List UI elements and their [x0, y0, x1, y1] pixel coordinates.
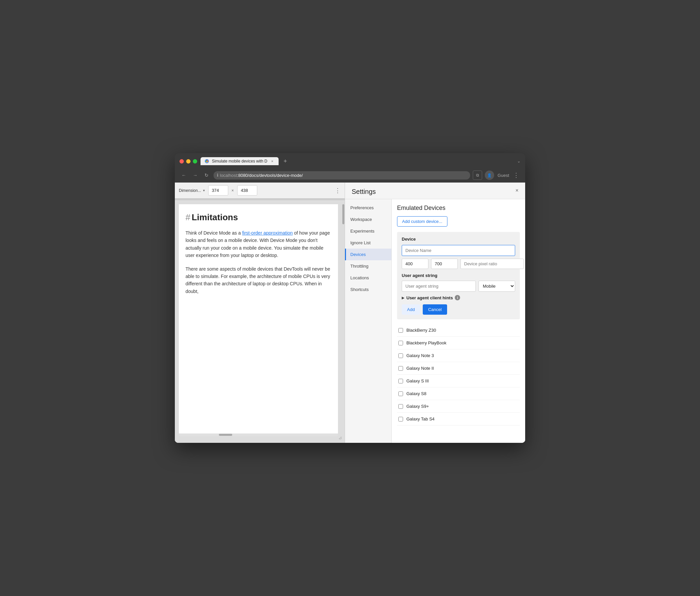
- device-dpr-input[interactable]: [460, 258, 524, 269]
- add-custom-device-button[interactable]: Add custom device...: [397, 216, 447, 227]
- page-scroll-h[interactable]: [179, 433, 338, 436]
- profile-icon: 👤: [487, 173, 492, 177]
- blackberry-playbook-checkbox[interactable]: [398, 341, 403, 345]
- galaxy-note-ii-label: Galaxy Note II: [406, 366, 519, 371]
- heading-hash: #: [185, 212, 190, 222]
- device-list: BlackBerry Z30 Blackberry PlayBook Galax…: [397, 324, 520, 425]
- viewport-panel: Dimension... ▼ × ⋮ #Limitations: [175, 182, 345, 443]
- tab-favicon-icon: [204, 159, 209, 164]
- scroll-thumb-v: [342, 204, 344, 224]
- browser-menu-button[interactable]: ⋮: [512, 172, 521, 179]
- settings-close-button[interactable]: ×: [516, 188, 519, 193]
- user-agent-type-select[interactable]: Mobile Desktop Tablet: [478, 281, 515, 292]
- sidebar-item-preferences[interactable]: Preferences: [345, 202, 391, 214]
- galaxy-note-3-checkbox[interactable]: [398, 353, 403, 358]
- split-screen-button[interactable]: ⧉: [473, 171, 482, 180]
- tab-title-label: Simulate mobile devices with D: [212, 159, 267, 164]
- url-suffix: :8080/docs/devtools/device-mode/: [237, 173, 303, 178]
- settings-body: Preferences Workspace Experiments Ignore…: [345, 199, 525, 443]
- blackberry-z30-checkbox[interactable]: [398, 328, 403, 333]
- address-input[interactable]: ℹ localhost:8080/docs/devtools/device-mo…: [214, 171, 470, 179]
- device-list-item: Galaxy S9+: [397, 400, 520, 413]
- device-section-title: Device: [402, 237, 515, 242]
- settings-main-content: Emulated Devices Add custom device... De…: [392, 199, 525, 443]
- galaxy-s9-plus-checkbox[interactable]: [398, 404, 403, 409]
- device-list-item: Blackberry PlayBook: [397, 337, 520, 349]
- page-heading: #Limitations: [185, 212, 331, 223]
- sidebar-item-experiments[interactable]: Experiments: [345, 225, 391, 237]
- page-scroll-v[interactable]: [342, 200, 345, 443]
- device-width-input[interactable]: [402, 258, 428, 269]
- page-viewport: #Limitations Think of Device Mode as a f…: [179, 204, 338, 433]
- user-agent-client-hints: ▶ User agent client hints i: [402, 295, 515, 300]
- form-actions: Add Cancel: [402, 304, 515, 315]
- galaxy-s-iii-checkbox[interactable]: [398, 379, 403, 383]
- device-name-input[interactable]: [402, 245, 515, 256]
- browser-window: Simulate mobile devices with D × + ⌄ ← →…: [175, 153, 525, 443]
- viewport-height-input[interactable]: [237, 185, 257, 196]
- galaxy-s8-label: Galaxy S8: [406, 391, 519, 396]
- device-list-item: Galaxy S8: [397, 388, 520, 400]
- paragraph-2: There are some aspects of mobile devices…: [185, 265, 331, 295]
- viewport-width-input[interactable]: [208, 185, 228, 196]
- sidebar-item-devices[interactable]: Devices: [345, 249, 391, 260]
- dimension-separator: ×: [231, 188, 234, 193]
- resize-handle-icon[interactable]: ⊿: [338, 435, 342, 440]
- user-agent-string-input[interactable]: [402, 281, 476, 292]
- galaxy-s-iii-label: Galaxy S III: [406, 378, 519, 383]
- blackberry-z30-label: BlackBerry Z30: [406, 328, 519, 333]
- sidebar-item-shortcuts[interactable]: Shortcuts: [345, 284, 391, 295]
- sidebar-item-ignore-list[interactable]: Ignore List: [345, 237, 391, 249]
- profile-button[interactable]: 👤: [485, 171, 494, 180]
- galaxy-s9-plus-label: Galaxy S9+: [406, 404, 519, 409]
- window-expand-icon[interactable]: ⌄: [517, 159, 521, 164]
- galaxy-tab-s4-checkbox[interactable]: [398, 417, 403, 421]
- device-list-item: Galaxy Tab S4: [397, 413, 520, 425]
- device-list-item: BlackBerry Z30: [397, 324, 520, 337]
- client-hints-label: User agent client hints: [406, 295, 453, 300]
- maximize-traffic-light[interactable]: [193, 159, 197, 164]
- paragraph-1: Think of Device Mode as a first-order ap…: [185, 229, 331, 259]
- device-list-item: Galaxy S III: [397, 375, 520, 388]
- new-tab-button[interactable]: +: [281, 156, 290, 166]
- galaxy-note-ii-checkbox[interactable]: [398, 366, 403, 371]
- address-bar: ← → ↻ ℹ localhost:8080/docs/devtools/dev…: [175, 169, 525, 182]
- settings-title: Settings: [352, 188, 376, 196]
- back-button[interactable]: ←: [179, 171, 188, 179]
- emulated-devices-title: Emulated Devices: [397, 204, 520, 212]
- device-form: Device User agent string Mobile: [397, 232, 520, 319]
- cancel-device-button[interactable]: Cancel: [423, 304, 447, 315]
- page-link[interactable]: first-order approximation: [242, 230, 293, 235]
- dimension-label: Dimension...: [179, 188, 201, 193]
- devtools-toolbar: Dimension... ▼ × ⋮: [175, 182, 345, 199]
- close-traffic-light[interactable]: [179, 159, 184, 164]
- minimize-traffic-light[interactable]: [186, 159, 191, 164]
- user-agent-section-title: User agent string: [402, 273, 515, 278]
- galaxy-s8-checkbox[interactable]: [398, 392, 403, 396]
- device-height-input[interactable]: [431, 258, 458, 269]
- galaxy-note-3-label: Galaxy Note 3: [406, 353, 519, 358]
- info-icon[interactable]: i: [455, 295, 460, 300]
- sidebar-item-throttling[interactable]: Throttling: [345, 260, 391, 272]
- galaxy-tab-s4-label: Galaxy Tab S4: [406, 417, 519, 421]
- traffic-lights: [179, 159, 197, 164]
- forward-button[interactable]: →: [191, 171, 200, 179]
- profile-label: Guest: [498, 173, 509, 178]
- user-agent-row: Mobile Desktop Tablet: [402, 281, 515, 292]
- blackberry-playbook-label: Blackberry PlayBook: [406, 340, 519, 345]
- dimension-dropdown[interactable]: Dimension... ▼: [179, 188, 205, 193]
- device-list-item: Galaxy Note II: [397, 362, 520, 375]
- client-hints-arrow-icon: ▶: [402, 296, 404, 300]
- scroll-thumb-h: [219, 434, 232, 436]
- add-device-button[interactable]: Add: [402, 304, 420, 315]
- sidebar-item-locations[interactable]: Locations: [345, 272, 391, 284]
- tab-close-button[interactable]: ×: [270, 159, 275, 164]
- settings-header: Settings ×: [345, 182, 525, 199]
- url-prefix: localhost: [220, 173, 237, 178]
- sidebar-item-workspace[interactable]: Workspace: [345, 214, 391, 225]
- devtools-more-button[interactable]: ⋮: [335, 187, 341, 194]
- reload-button[interactable]: ↻: [202, 171, 211, 179]
- browser-content: Dimension... ▼ × ⋮ #Limitations: [175, 182, 525, 443]
- active-tab[interactable]: Simulate mobile devices with D ×: [201, 157, 279, 165]
- title-bar: Simulate mobile devices with D × + ⌄: [175, 153, 525, 169]
